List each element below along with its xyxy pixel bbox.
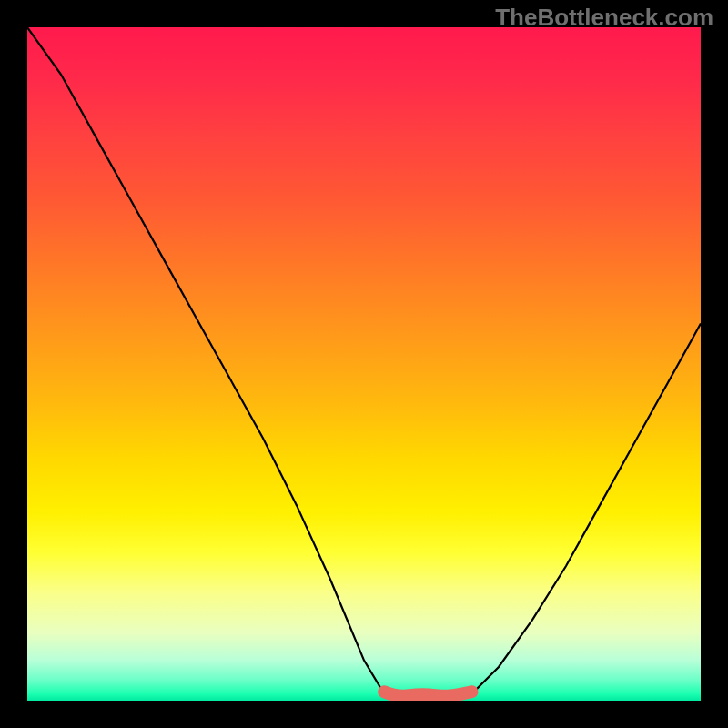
watermark-text: TheBottleneck.com (495, 4, 713, 32)
chart-container: TheBottleneck.com (0, 0, 728, 728)
flat-region-marker (384, 692, 471, 696)
plot-area (27, 27, 701, 701)
bottleneck-curve (27, 27, 701, 701)
curve-svg (27, 27, 701, 701)
